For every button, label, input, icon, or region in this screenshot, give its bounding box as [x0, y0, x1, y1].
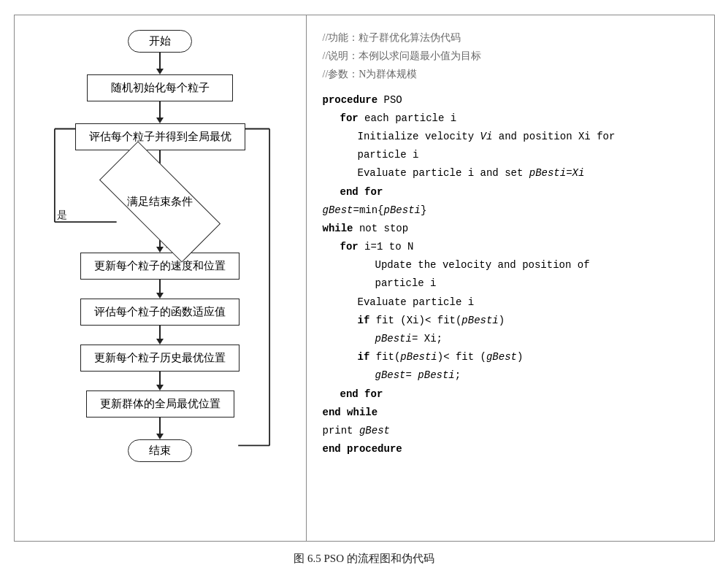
ps-line-6: gBest=min{pBesti}	[323, 201, 698, 220]
ps-line-10: particle i	[375, 274, 698, 293]
ps-line-14: if fit(pBesti)< fit (gBest)	[358, 348, 698, 366]
ps-line-8: for i=1 to N	[340, 238, 698, 256]
ps-line-5: end for	[340, 183, 698, 201]
ps-line-16: end for	[340, 385, 698, 404]
ps-line-2: Initialize velocity Vi and position Xi f…	[358, 128, 698, 146]
figure-caption: 图 6.5 PSO 的流程图和伪代码	[294, 552, 434, 566]
ps-comment-1: //功能：粒子群优化算法伪代码	[323, 28, 698, 47]
ps-line-11: Evaluate particle i	[358, 293, 698, 312]
node-eval-global: 评估每个粒子并得到全局最优	[75, 123, 245, 150]
ps-line-17: end while	[323, 404, 698, 422]
ps-line-15: gBest= pBesti;	[375, 366, 698, 385]
arrow-8	[156, 418, 164, 439]
arrow-1	[156, 53, 164, 74]
ps-line-0: procedure PSO	[323, 91, 698, 109]
node-eval-fit: 评估每个粒子的函数适应值	[80, 299, 240, 326]
ps-line-4: Evaluate particle i and set pBesti=Xi	[358, 164, 698, 182]
node-update-hist: 更新每个粒子历史最优位置	[80, 345, 240, 372]
ps-line-12: if fit (Xi)< fit(pBesti)	[358, 312, 698, 330]
arrow-7	[156, 372, 164, 390]
ps-line-18: print gBest	[323, 422, 698, 440]
node-condition: 满足结束条件	[94, 172, 226, 231]
flowchart-panel: 是 否 开始 随机初始化每个粒子	[15, 15, 307, 541]
ps-line-1: for each particle i	[340, 109, 698, 128]
ps-line-13: pBesti= Xi;	[375, 330, 698, 348]
node-end: 结束	[128, 439, 192, 462]
ps-line-7: while not stop	[323, 220, 698, 238]
node-update-vel: 更新每个粒子的速度和位置	[80, 253, 240, 280]
ps-comment-3: //参数：N为群体规模	[323, 65, 698, 83]
ps-line-3: particle i	[358, 146, 698, 164]
ps-comment-2: //说明：本例以求问题最小值为目标	[323, 47, 698, 65]
arrow-5	[156, 280, 164, 299]
arrow-6	[156, 326, 164, 345]
node-init: 随机初始化每个粒子	[87, 74, 233, 101]
ps-line-19: end procedure	[323, 440, 698, 458]
arrow-2	[156, 101, 164, 123]
ps-line-9: Update the velocity and position of	[375, 256, 698, 274]
node-start: 开始	[128, 30, 192, 53]
pseudocode-panel: //功能：粒子群优化算法伪代码 //说明：本例以求问题最小值为目标 //参数：N…	[307, 15, 714, 541]
main-container: 是 否 开始 随机初始化每个粒子	[14, 15, 715, 542]
diamond-text: 满足结束条件	[127, 195, 193, 209]
flowchart-nodes: 开始 随机初始化每个粒子 评估每个粒子并得到全局最优	[22, 30, 299, 462]
node-update-global: 更新群体的全局最优位置	[86, 390, 234, 418]
